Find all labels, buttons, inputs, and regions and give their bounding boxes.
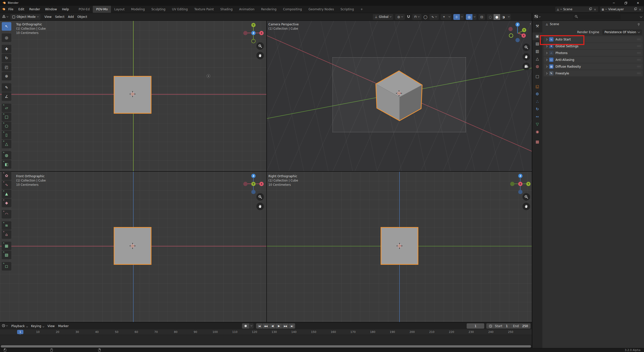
viewlayer-selector[interactable]: ▥ ViewLayer ×: [600, 7, 643, 12]
pin-icon[interactable]: [637, 23, 640, 27]
panel-photons[interactable]: ∴Photons∷∷: [544, 50, 643, 56]
workspace-tab-pov-mo[interactable]: POV-Mo: [93, 6, 111, 13]
axis-y-ball[interactable]: Y: [251, 182, 256, 186]
timeline-menu-keying[interactable]: Keying: [29, 324, 46, 328]
editor-type-button[interactable]: [534, 15, 540, 19]
prev-keyframe-button[interactable]: ◆◀: [263, 323, 269, 329]
properties-tab-modifiers[interactable]: ⚙: [532, 90, 542, 98]
workspace-tab-pov-ed[interactable]: POV-Ed: [75, 6, 93, 13]
axis-z-neg[interactable]: [251, 190, 256, 194]
falloff-dropdown[interactable]: ∿: [429, 14, 439, 20]
current-frame-badge[interactable]: 1: [17, 330, 23, 334]
properties-tab-constraints[interactable]: ∾: [532, 113, 542, 120]
tool-add-heightfield[interactable]: +▲: [2, 190, 11, 198]
drag-handle-icon[interactable]: ∷∷: [637, 58, 641, 61]
properties-tab-view-layer[interactable]: ▥: [532, 48, 542, 55]
axis-z-ball[interactable]: Z: [251, 174, 256, 178]
viewport-menu-select[interactable]: Select: [53, 15, 66, 19]
workspace-tab-texture-paint[interactable]: Texture Paint: [191, 6, 217, 13]
shading-solid-button[interactable]: ●: [494, 14, 500, 20]
tool-add-prism[interactable]: +◧: [2, 160, 11, 169]
properties-tab-scene[interactable]: △: [532, 55, 542, 63]
axis-x-ball[interactable]: X: [259, 31, 264, 35]
properties-tab-world[interactable]: ◍: [532, 63, 542, 70]
axis-y-neg[interactable]: [510, 182, 514, 186]
scrollbar-thumb[interactable]: [1, 345, 531, 347]
shading-material-button[interactable]: ◑: [500, 14, 507, 20]
menu-render[interactable]: Render: [27, 6, 43, 13]
axis-y-ball[interactable]: Y: [251, 23, 256, 27]
drag-handle-icon[interactable]: ∷∷: [637, 65, 641, 68]
timeline-ruler[interactable]: 1 10203040506070809010011012013014015016…: [0, 329, 532, 335]
workspace-tab-modeling[interactable]: Modeling: [128, 6, 148, 13]
workspace-tab-shading[interactable]: Shading: [217, 6, 236, 13]
drag-handle-icon[interactable]: ∷∷: [637, 72, 641, 75]
frame-start-field[interactable]: Start1: [492, 323, 510, 329]
expand-arrow-icon[interactable]: [545, 59, 547, 61]
viewport-menu-view[interactable]: View: [43, 15, 53, 19]
tool-add-torus[interactable]: +◍: [2, 151, 11, 160]
axis-z-ball[interactable]: Z: [518, 174, 522, 178]
axis-x-neg[interactable]: [243, 31, 248, 35]
quadrant-right-orthographic[interactable]: Right Orthographic (1) Collection | Cube…: [267, 172, 532, 322]
auto-keying-dropdown[interactable]: [249, 323, 254, 329]
mode-dropdown[interactable]: Object Mode: [10, 14, 41, 20]
new-viewlayer-icon[interactable]: [634, 7, 637, 11]
blender-menu-icon[interactable]: [2, 7, 6, 11]
editor-type-button[interactable]: [2, 324, 8, 328]
drag-handle-icon[interactable]: ∷∷: [637, 45, 641, 48]
snap-with-dropdown[interactable]: ⊓: [412, 14, 421, 20]
zoom-button[interactable]: [256, 42, 264, 50]
use-preview-range-icon[interactable]: [486, 323, 492, 329]
navigation-gizmo[interactable]: Z Y X: [508, 22, 531, 45]
panel-anti-aliasing[interactable]: ○Anti-Aliasing∷∷: [544, 57, 643, 63]
sidebar-collapse-arrow[interactable]: ‹: [530, 22, 531, 26]
jump-to-start-button[interactable]: |◀: [256, 323, 262, 329]
workspace-tab-geometry-nodes[interactable]: Geometry Nodes: [305, 6, 337, 13]
restore-button[interactable]: [620, 0, 632, 6]
tool-add-water[interactable]: +▧: [2, 251, 11, 259]
axis-x-ball[interactable]: X: [259, 182, 264, 186]
timeline-scrollbar[interactable]: [0, 345, 532, 348]
axis-z-neg[interactable]: [518, 190, 522, 194]
menu-window[interactable]: Window: [43, 6, 59, 13]
menu-edit[interactable]: Edit: [16, 6, 27, 13]
tool-add-spring[interactable]: +≋: [2, 221, 11, 230]
tool-add-cube[interactable]: +◻: [2, 262, 11, 271]
filter-dropdown[interactable]: [640, 15, 642, 18]
show-overlays-toggle[interactable]: ◎: [466, 14, 472, 20]
workspace-tab-sculpting[interactable]: Sculpting: [148, 6, 169, 13]
tool-add-lathe[interactable]: +⌂: [2, 230, 11, 239]
tool-add-cylinder[interactable]: +▯: [2, 131, 11, 139]
tool-add-box[interactable]: +□: [2, 113, 11, 121]
axis-y-ball[interactable]: Y: [522, 28, 526, 32]
workspace-tab-rendering[interactable]: Rendering: [258, 6, 280, 13]
add-workspace-button[interactable]: +: [357, 6, 366, 13]
new-scene-icon[interactable]: [589, 7, 592, 11]
viewlayer-name[interactable]: ViewLayer: [608, 8, 632, 11]
tool-annotate[interactable]: ✎: [2, 83, 11, 92]
properties-search[interactable]: [573, 14, 621, 19]
zoom-button[interactable]: [256, 193, 264, 201]
workspace-tab-compositing[interactable]: Compositing: [280, 6, 305, 13]
properties-tab-material[interactable]: ◉: [532, 128, 542, 136]
auto-keying-toggle[interactable]: [242, 323, 249, 329]
panel-freestyle[interactable]: ✎Freestyle∷∷: [544, 70, 643, 76]
pan-hand-button[interactable]: [256, 203, 264, 210]
tool-select-box[interactable]: ↖: [2, 22, 11, 31]
navigation-gizmo[interactable]: Y X Z: [242, 22, 264, 44]
workspace-tab-animation[interactable]: Animation: [236, 6, 258, 13]
axis-x-ball[interactable]: X: [518, 182, 522, 186]
light-object[interactable]: [207, 74, 210, 78]
zoom-button[interactable]: [522, 43, 530, 51]
axis-z-ball[interactable]: Z: [515, 22, 520, 27]
quadrant-camera-perspective[interactable]: Camera Perspective (1) Collection | Cube…: [267, 21, 532, 171]
workspace-tab-scripting[interactable]: Scripting: [337, 6, 357, 13]
expand-arrow-icon[interactable]: [545, 45, 547, 47]
drag-handle-icon[interactable]: ∷∷: [637, 52, 641, 54]
axis-x-neg[interactable]: [243, 182, 248, 186]
axis-x-neg[interactable]: [508, 27, 513, 31]
render-engine-dropdown[interactable]: Persistence Of Vision: [602, 29, 642, 35]
next-keyframe-button[interactable]: ▶◆: [282, 323, 289, 329]
play-button[interactable]: ▶: [276, 323, 282, 329]
